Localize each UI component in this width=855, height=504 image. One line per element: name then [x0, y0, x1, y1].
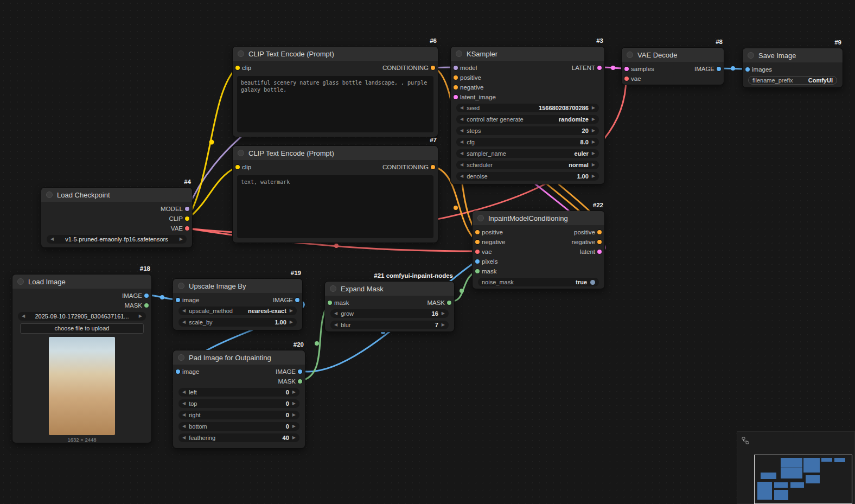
vae-output-pin[interactable]: [185, 226, 189, 231]
model-input-pin[interactable]: [454, 66, 458, 70]
widget-grow[interactable]: ◀ grow 16 ▶: [330, 309, 449, 318]
increment-arrow-icon[interactable]: ▶: [592, 115, 595, 124]
decrement-arrow-icon[interactable]: ◀: [334, 309, 337, 318]
collapse-dot-icon[interactable]: [46, 192, 53, 198]
image-output-pin[interactable]: [298, 369, 302, 374]
decrement-arrow-icon[interactable]: ◀: [334, 321, 337, 329]
increment-arrow-icon[interactable]: ▶: [592, 172, 595, 181]
ckpt-name-widget[interactable]: ◀ v1-5-pruned-emaonly-fp16.safetensors ▶: [47, 235, 187, 244]
widget-bottom[interactable]: ◀ bottom 0 ▶: [178, 422, 299, 431]
node-header[interactable]: VAE Decode: [622, 48, 724, 62]
widget-scheduler[interactable]: ◀ scheduler normal ▶: [456, 161, 599, 169]
node-header[interactable]: InpaintModelConditioning: [473, 211, 604, 225]
decrement-arrow-icon[interactable]: ◀: [182, 422, 186, 431]
samples-input-pin[interactable]: [624, 67, 629, 71]
collapse-dot-icon[interactable]: [627, 52, 633, 58]
latent-output-pin[interactable]: [597, 66, 602, 70]
collapse-dot-icon[interactable]: [238, 50, 244, 57]
vae-input-pin[interactable]: [624, 76, 629, 81]
widget-noise-mask[interactable]: noise_mask true: [478, 278, 599, 286]
widget-steps[interactable]: ◀ steps 20 ▶: [456, 126, 599, 135]
increment-arrow-icon[interactable]: ▶: [290, 318, 293, 327]
combo-left-arrow-icon[interactable]: ◀: [50, 235, 54, 244]
node-ksampler[interactable]: #3 KSampler model positive negative: [450, 46, 605, 184]
increment-arrow-icon[interactable]: ▶: [592, 161, 595, 169]
increment-arrow-icon[interactable]: ▶: [292, 411, 296, 419]
increment-arrow-icon[interactable]: ▶: [292, 433, 296, 442]
minimap-toggle-button[interactable]: [741, 436, 750, 445]
decrement-arrow-icon[interactable]: ◀: [182, 399, 186, 408]
node-header[interactable]: CLIP Text Encode (Prompt): [233, 146, 438, 160]
negative-output-pin[interactable]: [597, 240, 602, 244]
positive-input-pin[interactable]: [475, 230, 480, 234]
positive-input-pin[interactable]: [454, 75, 458, 80]
increment-arrow-icon[interactable]: ▶: [592, 104, 595, 112]
combo-right-arrow-icon[interactable]: ▶: [139, 312, 142, 321]
clip-input-pin[interactable]: [235, 165, 240, 169]
image-output-pin[interactable]: [295, 298, 299, 302]
widget-feathering[interactable]: ◀ feathering 40 ▶: [178, 433, 299, 442]
decrement-arrow-icon[interactable]: ◀: [460, 126, 463, 135]
decrement-arrow-icon[interactable]: ◀: [460, 104, 463, 112]
decrement-arrow-icon[interactable]: ◀: [460, 138, 463, 146]
widget-upscale-method[interactable]: ◀ upscale_method nearest-exact ▶: [178, 307, 297, 315]
node-header[interactable]: CLIP Text Encode (Prompt): [233, 47, 438, 61]
decrement-arrow-icon[interactable]: ◀: [182, 388, 186, 397]
clip-input-pin[interactable]: [235, 66, 240, 70]
node-header[interactable]: Pad Image for Outpainting: [173, 350, 305, 365]
collapse-dot-icon[interactable]: [178, 283, 184, 289]
combo-left-arrow-icon[interactable]: ◀: [22, 312, 25, 321]
negative-input-pin[interactable]: [475, 240, 480, 244]
choose-file-button[interactable]: choose file to upload: [20, 323, 144, 334]
minimap-viewport[interactable]: [754, 455, 852, 504]
mask-output-pin[interactable]: [447, 301, 451, 305]
increment-arrow-icon[interactable]: ▶: [592, 149, 595, 158]
increment-arrow-icon[interactable]: ▶: [592, 126, 595, 135]
node-load-checkpoint[interactable]: #4 Load Checkpoint MODEL CLIP VAE: [41, 187, 193, 248]
toggle-dot-icon[interactable]: [590, 280, 595, 285]
model-output-pin[interactable]: [185, 207, 189, 211]
widget-control-after-generate[interactable]: ◀ control after generate randomize ▶: [456, 115, 599, 124]
image-file-combo[interactable]: ◀ 2025-09-10-172905_8304637161... ▶: [18, 312, 146, 321]
node-save-image[interactable]: #9 Save Image images filename_prefix Com…: [742, 48, 843, 88]
decrement-arrow-icon[interactable]: ◀: [460, 115, 463, 124]
mask-input-pin[interactable]: [475, 269, 480, 273]
collapse-dot-icon[interactable]: [238, 150, 244, 156]
decrement-arrow-icon[interactable]: ◀: [182, 411, 186, 419]
conditioning-output-pin[interactable]: [431, 66, 435, 70]
collapse-dot-icon[interactable]: [748, 52, 754, 59]
widget-blur[interactable]: ◀ blur 7 ▶: [330, 321, 449, 329]
latent-output-pin[interactable]: [597, 250, 602, 254]
image-input-pin[interactable]: [176, 298, 180, 302]
node-pad-image-for-outpainting[interactable]: #20 Pad Image for Outpainting image IMAG…: [173, 350, 305, 449]
decrement-arrow-icon[interactable]: ◀: [182, 307, 186, 315]
image-output-pin[interactable]: [144, 294, 149, 298]
collapse-dot-icon[interactable]: [456, 50, 462, 57]
mask-output-pin[interactable]: [298, 379, 302, 384]
node-load-image[interactable]: #18 Load Image IMAGE MASK ◀ 2025-09-10-1…: [12, 274, 152, 443]
node-header[interactable]: KSampler: [451, 47, 604, 61]
increment-arrow-icon[interactable]: ▶: [592, 138, 595, 146]
collapse-dot-icon[interactable]: [330, 285, 336, 292]
mask-output-pin[interactable]: [144, 303, 149, 308]
node-inpaint-model-conditioning[interactable]: #22 InpaintModelConditioning positive ne…: [472, 210, 605, 289]
widget-filename-prefix[interactable]: filename_prefix ComfyUI: [748, 76, 837, 85]
vae-input-pin[interactable]: [475, 250, 480, 254]
latent-image-input-pin[interactable]: [454, 95, 458, 99]
increment-arrow-icon[interactable]: ▶: [290, 307, 293, 315]
decrement-arrow-icon[interactable]: ◀: [460, 161, 463, 169]
collapse-dot-icon[interactable]: [17, 278, 24, 285]
image-output-pin[interactable]: [717, 67, 721, 71]
clip-output-pin[interactable]: [185, 216, 189, 221]
collapse-dot-icon[interactable]: [178, 354, 184, 361]
increment-arrow-icon[interactable]: ▶: [292, 399, 296, 408]
mask-input-pin[interactable]: [328, 301, 332, 305]
node-clip-text-encode-negative[interactable]: #7 CLIP Text Encode (Prompt) clip CONDIT…: [232, 145, 438, 243]
increment-arrow-icon[interactable]: ▶: [442, 309, 445, 318]
positive-output-pin[interactable]: [597, 230, 602, 234]
collapse-dot-icon[interactable]: [477, 215, 484, 221]
node-header[interactable]: Save Image: [743, 48, 843, 62]
decrement-arrow-icon[interactable]: ◀: [460, 149, 463, 158]
negative-input-pin[interactable]: [454, 85, 458, 90]
node-expand-mask[interactable]: #21 comfyui-inpaint-nodes Expand Mask ma…: [324, 281, 455, 332]
